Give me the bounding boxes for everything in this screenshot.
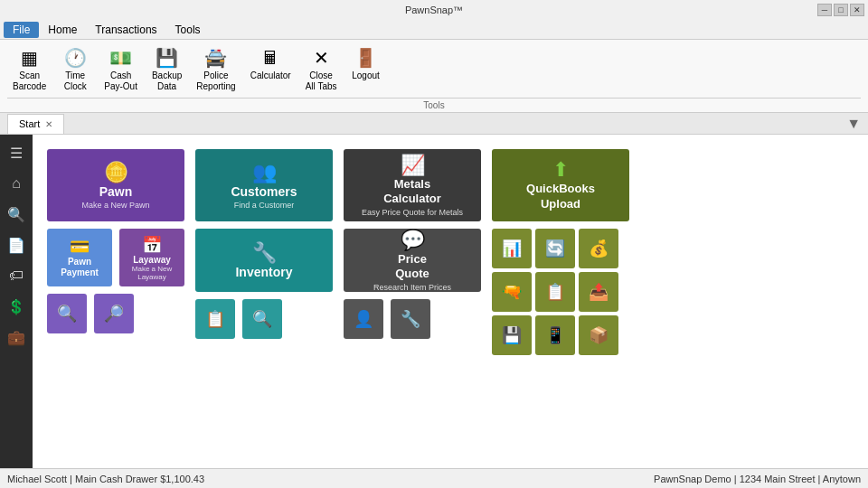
metals-calculator-tile[interactable]: 📈 MetalsCalculator Easy Price Quote for … bbox=[344, 149, 481, 221]
ribbon-timeclock-label: TimeClock bbox=[64, 70, 87, 92]
qb-grid: 📊 🔄 💰 🔫 📋 📤 💾 📱 📦 bbox=[492, 229, 629, 355]
price-quote-tile[interactable]: 💬 PriceQuote Research Item Prices bbox=[344, 229, 481, 292]
qb-tile-8[interactable]: 📱 bbox=[535, 315, 575, 355]
menu-bar: File Home Transactions Tools bbox=[0, 20, 868, 40]
status-left: Michael Scott | Main Cash Drawer $1,100.… bbox=[7, 474, 204, 484]
qb-tile-3[interactable]: 💰 bbox=[579, 229, 618, 268]
metals-subtitle: Easy Price Quote for Metals bbox=[362, 208, 463, 217]
tab-start[interactable]: Start ✕ bbox=[7, 114, 64, 134]
qb-tile-7[interactable]: 💾 bbox=[492, 315, 532, 355]
ribbon-time-clock[interactable]: 🕐 TimeClock bbox=[55, 43, 95, 96]
qb-tile-2[interactable]: 🔄 bbox=[535, 229, 575, 268]
layaway-subtitle: Make a New Layaway bbox=[119, 265, 184, 281]
pawn-payment-tile[interactable]: 💳 PawnPayment bbox=[47, 229, 112, 286]
logout-icon: 🚪 bbox=[354, 47, 377, 69]
close-all-icon: ✕ bbox=[314, 47, 329, 69]
ribbon-logout[interactable]: 🚪 Logout bbox=[346, 43, 386, 96]
title-bar: PawnSnap™ ─ □ ✕ bbox=[0, 0, 868, 20]
metals-tile-group: 📈 MetalsCalculator Easy Price Quote for … bbox=[344, 149, 481, 355]
ribbon-backup-label: BackupData bbox=[152, 70, 182, 92]
sidebar-search-icon[interactable]: 🔍 bbox=[2, 200, 31, 229]
status-right: PawnSnap Demo | 1234 Main Street | Anyto… bbox=[654, 474, 861, 484]
main-area: ☰ ⌂ 🔍 📄 🏷 💲 💼 🪙 Pawn Make a New Pawn 💳 P… bbox=[0, 135, 868, 468]
customers-tile[interactable]: 👥 Customers Find a Customer bbox=[195, 149, 333, 221]
metals-small-tiles: 👤 🔧 bbox=[344, 299, 481, 339]
qb-title: QuickBooksUpload bbox=[526, 182, 595, 212]
ribbon-cash-payout[interactable]: 💵 CashPay-Out bbox=[99, 43, 143, 96]
sidebar-menu-icon[interactable]: ☰ bbox=[2, 138, 31, 167]
price-quote-icon: 💬 bbox=[401, 229, 425, 252]
inventory-icon: 🔧 bbox=[252, 241, 277, 265]
inv-small1-icon: 📋 bbox=[205, 309, 225, 329]
price-quote-title: PriceQuote bbox=[395, 252, 429, 280]
layaway-title: Layaway bbox=[133, 255, 171, 265]
qb-tile-1[interactable]: 📊 bbox=[492, 229, 532, 268]
pawn-icon: 🪙 bbox=[104, 161, 128, 184]
pawn-small-tile-1[interactable]: 🔍 bbox=[47, 294, 87, 333]
metals-small1-icon: 👤 bbox=[354, 309, 373, 329]
price-quote-subtitle: Research Item Prices bbox=[373, 283, 451, 292]
layaway-icon: 📅 bbox=[142, 235, 162, 255]
pawn-payment-icon: 💳 bbox=[70, 237, 90, 257]
inv-small-tile-2[interactable]: 🔍 bbox=[242, 299, 282, 339]
sidebar-briefcase-icon[interactable]: 💼 bbox=[2, 323, 31, 352]
qb-icon: ⬆ bbox=[552, 158, 569, 182]
inventory-tile[interactable]: 🔧 Inventory bbox=[195, 229, 333, 292]
menu-tools[interactable]: Tools bbox=[166, 22, 210, 38]
ribbon: ▦ ScanBarcode 🕐 TimeClock 💵 CashPay-Out … bbox=[0, 40, 868, 113]
pawn-bottom-row: 💳 PawnPayment 📅 Layaway Make a New Layaw… bbox=[47, 229, 184, 286]
menu-transactions[interactable]: Transactions bbox=[86, 22, 165, 38]
ribbon-close-all-tabs[interactable]: ✕ CloseAll Tabs bbox=[300, 43, 343, 96]
window-controls: ─ □ ✕ bbox=[817, 4, 864, 16]
police-icon: 🚔 bbox=[204, 47, 227, 69]
inv-small2-icon: 🔍 bbox=[252, 309, 272, 329]
qb-tile-5[interactable]: 📋 bbox=[535, 272, 575, 312]
pawn-tile[interactable]: 🪙 Pawn Make a New Pawn bbox=[47, 149, 184, 221]
menu-home[interactable]: Home bbox=[39, 22, 86, 38]
pawn-small-tiles: 🔍 🔎 bbox=[47, 294, 184, 333]
maximize-button[interactable]: □ bbox=[834, 4, 848, 16]
sidebar: ☰ ⌂ 🔍 📄 🏷 💲 💼 bbox=[0, 135, 33, 468]
metals-small2-icon: 🔧 bbox=[401, 309, 420, 329]
sidebar-home-icon[interactable]: ⌂ bbox=[2, 169, 31, 198]
ribbon-scan-barcode[interactable]: ▦ ScanBarcode bbox=[7, 43, 52, 96]
ribbon-calculator[interactable]: 🖩 Calculator bbox=[245, 43, 297, 96]
ribbon-scan-label: ScanBarcode bbox=[13, 70, 46, 92]
app-title: PawnSnap™ bbox=[405, 5, 463, 15]
customers-subtitle: Find a Customer bbox=[234, 201, 295, 210]
inv-small-tile-1[interactable]: 📋 bbox=[195, 299, 235, 339]
sidebar-tag-icon[interactable]: 🏷 bbox=[2, 261, 31, 290]
pawn-title: Pawn bbox=[99, 184, 133, 199]
pawn-small2-icon: 🔎 bbox=[104, 304, 124, 324]
sidebar-dollar-icon[interactable]: 💲 bbox=[2, 292, 31, 321]
ribbon-items: ▦ ScanBarcode 🕐 TimeClock 💵 CashPay-Out … bbox=[7, 43, 861, 96]
pawn-payment-title: PawnPayment bbox=[61, 257, 99, 278]
menu-file[interactable]: File bbox=[4, 22, 39, 38]
clock-icon: 🕐 bbox=[64, 47, 87, 69]
ribbon-backup-data[interactable]: 💾 BackupData bbox=[146, 43, 187, 96]
metals-icon: 📈 bbox=[401, 154, 425, 177]
inventory-title: Inventory bbox=[235, 265, 292, 279]
customers-tile-group: 👥 Customers Find a Customer 🔧 Inventory … bbox=[195, 149, 333, 355]
sidebar-document-icon[interactable]: 📄 bbox=[2, 230, 31, 259]
qb-tile-4[interactable]: 🔫 bbox=[492, 272, 532, 312]
calculator-icon: 🖩 bbox=[261, 47, 279, 69]
qb-tile-9[interactable]: 📦 bbox=[579, 315, 618, 355]
ribbon-closetabs-label: CloseAll Tabs bbox=[306, 70, 337, 92]
tab-nav-chevron[interactable]: ▼ bbox=[846, 116, 861, 132]
pawn-tile-group: 🪙 Pawn Make a New Pawn 💳 PawnPayment 📅 L… bbox=[47, 149, 184, 355]
tab-close-icon[interactable]: ✕ bbox=[45, 119, 52, 129]
layaway-tile[interactable]: 📅 Layaway Make a New Layaway bbox=[119, 229, 184, 286]
metals-small-tile-2[interactable]: 🔧 bbox=[391, 299, 430, 339]
ribbon-calc-label: Calculator bbox=[250, 70, 291, 81]
tab-bar: Start ✕ ▼ bbox=[0, 113, 868, 135]
metals-small-tile-1[interactable]: 👤 bbox=[344, 299, 383, 339]
customers-title: Customers bbox=[231, 184, 297, 199]
qb-tile-6[interactable]: 📤 bbox=[579, 272, 618, 312]
minimize-button[interactable]: ─ bbox=[817, 4, 832, 16]
pawn-small-tile-2[interactable]: 🔎 bbox=[94, 294, 134, 333]
tiles-container: 🪙 Pawn Make a New Pawn 💳 PawnPayment 📅 L… bbox=[47, 149, 854, 355]
ribbon-police-reporting[interactable]: 🚔 PoliceReporting bbox=[191, 43, 241, 96]
quickbooks-tile[interactable]: ⬆ QuickBooksUpload bbox=[492, 149, 629, 221]
close-button[interactable]: ✕ bbox=[850, 4, 864, 16]
